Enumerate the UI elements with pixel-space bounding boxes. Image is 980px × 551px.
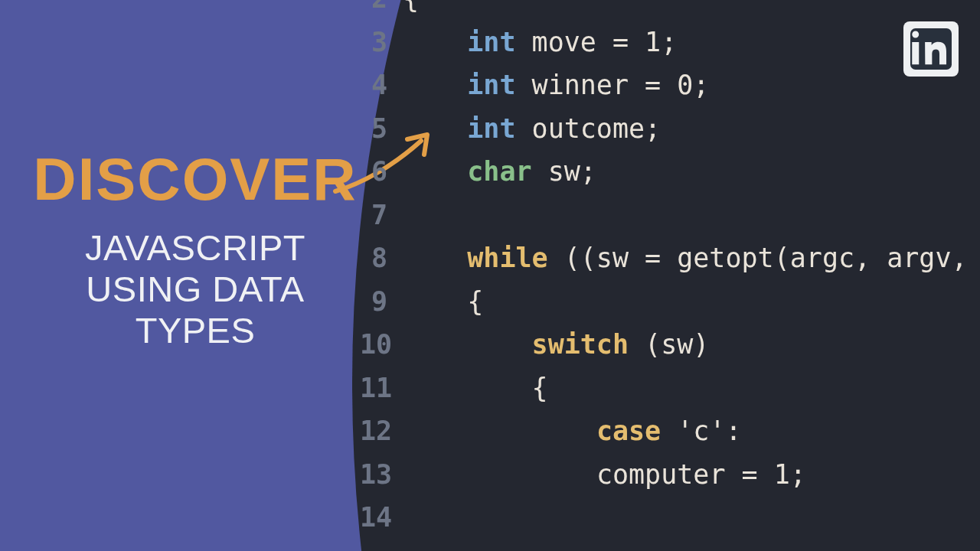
code-line: 2{ — [360, 0, 980, 27]
headline-line-1: JAVASCRIPT — [23, 227, 368, 269]
code-content: computer = 1; — [403, 459, 806, 490]
code-content: int move = 1; — [403, 27, 677, 57]
line-number: 11 — [360, 373, 403, 403]
code-line: 7 — [360, 200, 980, 243]
code-line: 8while ((sw = getopt(argc, argv, "c") — [360, 243, 980, 286]
line-number: 13 — [360, 459, 403, 490]
code-content: int outcome; — [403, 113, 661, 144]
code-line: 5int outcome; — [360, 113, 980, 157]
code-line: 4int winner = 0; — [360, 70, 980, 113]
thumbnail-stage: DISCOVER JAVASCRIPT USING DATA TYPES 2{3… — [0, 0, 980, 551]
line-number: 2 — [360, 0, 403, 14]
code-content — [403, 200, 467, 230]
line-number: 6 — [360, 156, 403, 187]
line-number: 7 — [360, 200, 403, 230]
code-line: 9{ — [360, 286, 980, 330]
line-number: 8 — [360, 243, 403, 273]
headline-discover: DISCOVER — [23, 149, 368, 209]
code-content: case 'c': — [403, 416, 742, 446]
code-line: 11{ — [360, 373, 980, 416]
line-number: 3 — [360, 27, 403, 57]
code-content: { — [403, 0, 419, 14]
code-content: char sw; — [403, 156, 596, 187]
code-line: 14 — [360, 502, 980, 546]
code-editor: 2{3int move = 1;4int winner = 0;5int out… — [360, 0, 980, 546]
code-line: 6char sw; — [360, 156, 980, 200]
code-content: int winner = 0; — [403, 70, 709, 100]
line-number: 12 — [360, 416, 403, 446]
code-content: switch (sw) — [403, 329, 709, 360]
code-line: 12case 'c': — [360, 416, 980, 459]
headline-line-2: USING DATA TYPES — [23, 269, 368, 351]
headline-block: DISCOVER JAVASCRIPT USING DATA TYPES — [23, 149, 368, 351]
code-content: while ((sw = getopt(argc, argv, "c") — [403, 243, 980, 273]
line-number: 9 — [360, 286, 403, 317]
line-number: 10 — [360, 329, 403, 360]
code-line: 13computer = 1; — [360, 459, 980, 503]
line-number: 5 — [360, 113, 403, 144]
line-number: 4 — [360, 70, 403, 100]
line-number: 14 — [360, 502, 403, 533]
code-content: { — [403, 373, 548, 403]
code-line: 3int move = 1; — [360, 27, 980, 70]
code-line: 10switch (sw) — [360, 329, 980, 373]
code-content: { — [403, 286, 483, 317]
code-content — [403, 502, 596, 533]
